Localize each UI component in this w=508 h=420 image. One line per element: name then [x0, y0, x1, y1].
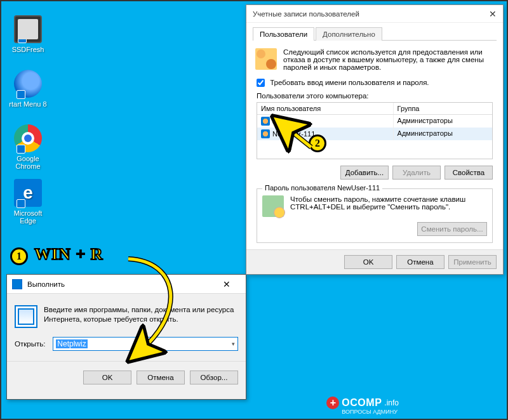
annotation-badge-1: 1 [10, 247, 28, 265]
password-groupbox: Пароль пользователя NewUser-111 Чтобы см… [257, 188, 493, 243]
users-list-label: Пользователи этого компьютера: [253, 92, 497, 102]
edge-icon: e [14, 179, 42, 207]
change-password-button[interactable]: Сменить пароль... [417, 222, 487, 236]
desktop-icon-chrome[interactable]: Google Chrome [9, 124, 47, 170]
desktop: SSDFresh rtart Menu 8 Google Chrome e Mi… [0, 0, 508, 420]
password-legend: Пароль пользователя NewUser-111 [262, 184, 382, 192]
users-icon [255, 48, 277, 70]
col-username[interactable]: Имя пользователя [257, 103, 394, 114]
cancel-button[interactable]: Отмена [396, 255, 444, 269]
ssd-icon [14, 15, 42, 43]
close-icon[interactable]: ✕ [213, 275, 241, 293]
require-login-label: Требовать ввод имени пользователя и паро… [270, 79, 429, 86]
plus-icon: + [326, 397, 339, 409]
icon-label: rtart Menu 8 [9, 100, 47, 108]
user-icon [261, 129, 270, 138]
desktop-icon-edge[interactable]: e Microsoft Edge [9, 179, 47, 225]
desktop-icon-startmenu8[interactable]: rtart Menu 8 [9, 70, 47, 108]
close-icon[interactable]: ✕ [489, 9, 497, 19]
key-icon [262, 195, 284, 217]
user-icon [261, 117, 270, 126]
icon-label: Microsoft Edge [9, 209, 47, 225]
require-login-checkbox[interactable]: Требовать ввод имени пользователя и паро… [253, 76, 497, 92]
tab-users[interactable]: Пользователи [253, 27, 314, 41]
icon-label: Google Chrome [9, 155, 47, 170]
chrome-icon [14, 124, 42, 152]
apply-button[interactable]: Применить [448, 255, 497, 269]
startmenu-icon [14, 70, 42, 98]
users-list-header: Имя пользователя Группа [257, 103, 492, 115]
ua-title: Учетные записи пользователей [253, 10, 489, 18]
tab-advanced[interactable]: Дополнительно [316, 27, 382, 41]
open-value: Netplwiz [56, 339, 87, 348]
open-label: Открыть: [15, 340, 45, 348]
cancel-button[interactable]: Отмена [137, 371, 185, 384]
require-login-input[interactable] [257, 79, 265, 87]
run-big-icon [15, 305, 37, 328]
run-icon [12, 279, 22, 289]
browse-button[interactable]: Обзор... [190, 371, 238, 384]
add-button[interactable]: Добавить... [340, 166, 389, 180]
icon-label: SSDFresh [9, 46, 47, 53]
ok-button[interactable]: OK [83, 371, 131, 384]
ok-button[interactable]: OK [344, 255, 392, 269]
desktop-icon-ssdfresh[interactable]: SSDFresh [9, 15, 47, 53]
password-text: Чтобы сменить пароль, нажмите сочетание … [290, 195, 487, 211]
properties-button[interactable]: Свойства [444, 166, 493, 180]
ua-titlebar[interactable]: Учетные записи пользователей ✕ [246, 5, 503, 23]
chevron-down-icon[interactable]: ▾ [232, 341, 235, 347]
watermark: + OCOMP.info ВОПРОСЫ АДМИНУ [326, 397, 399, 415]
remove-button[interactable]: Удалить [392, 166, 441, 180]
ua-info-text: Следующий список используется для предос… [283, 48, 494, 71]
annotation-arrow-2 [274, 122, 325, 160]
annotation-arrow-1 [103, 255, 204, 363]
annotation-text-winr: WIN + R [34, 245, 104, 264]
col-group[interactable]: Группа [394, 103, 492, 114]
